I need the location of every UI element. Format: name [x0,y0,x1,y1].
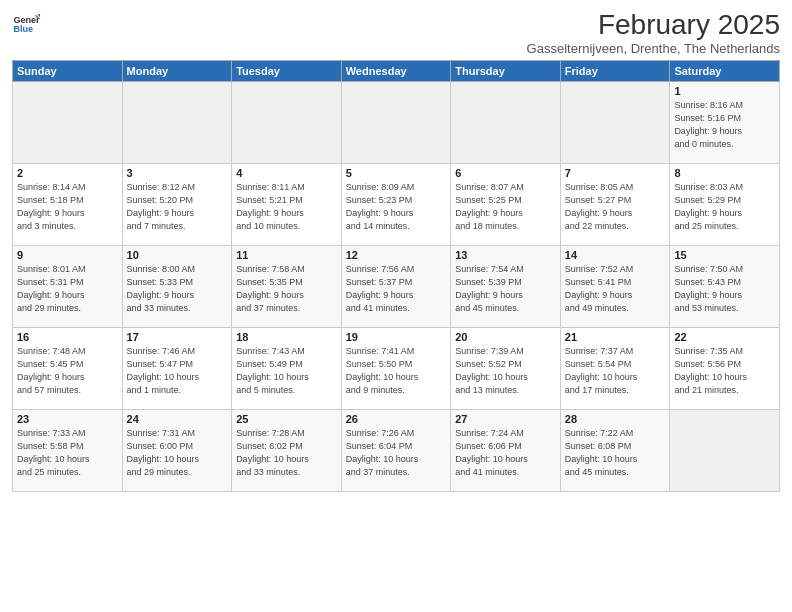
table-row: 26Sunrise: 7:26 AMSunset: 6:04 PMDayligh… [341,409,451,491]
day-info: Sunrise: 7:46 AMSunset: 5:47 PMDaylight:… [127,345,228,397]
table-row: 22Sunrise: 7:35 AMSunset: 5:56 PMDayligh… [670,327,780,409]
day-info: Sunrise: 7:41 AMSunset: 5:50 PMDaylight:… [346,345,447,397]
day-info: Sunrise: 8:11 AMSunset: 5:21 PMDaylight:… [236,181,337,233]
day-number: 15 [674,249,775,261]
day-number: 8 [674,167,775,179]
logo: General Blue [12,10,40,38]
table-row: 7Sunrise: 8:05 AMSunset: 5:27 PMDaylight… [560,163,670,245]
table-row: 18Sunrise: 7:43 AMSunset: 5:49 PMDayligh… [232,327,342,409]
col-friday: Friday [560,60,670,81]
col-monday: Monday [122,60,232,81]
day-info: Sunrise: 8:14 AMSunset: 5:18 PMDaylight:… [17,181,118,233]
calendar-week-row: 9Sunrise: 8:01 AMSunset: 5:31 PMDaylight… [13,245,780,327]
table-row: 9Sunrise: 8:01 AMSunset: 5:31 PMDaylight… [13,245,123,327]
table-row [670,409,780,491]
day-info: Sunrise: 8:05 AMSunset: 5:27 PMDaylight:… [565,181,666,233]
day-number: 5 [346,167,447,179]
day-number: 21 [565,331,666,343]
col-sunday: Sunday [13,60,123,81]
table-row: 13Sunrise: 7:54 AMSunset: 5:39 PMDayligh… [451,245,561,327]
day-number: 6 [455,167,556,179]
day-number: 1 [674,85,775,97]
main-title: February 2025 [527,10,780,41]
table-row: 11Sunrise: 7:58 AMSunset: 5:35 PMDayligh… [232,245,342,327]
day-info: Sunrise: 8:16 AMSunset: 5:16 PMDaylight:… [674,99,775,151]
table-row: 3Sunrise: 8:12 AMSunset: 5:20 PMDaylight… [122,163,232,245]
day-info: Sunrise: 7:39 AMSunset: 5:52 PMDaylight:… [455,345,556,397]
calendar-table: Sunday Monday Tuesday Wednesday Thursday… [12,60,780,492]
day-number: 18 [236,331,337,343]
day-number: 28 [565,413,666,425]
day-info: Sunrise: 7:58 AMSunset: 5:35 PMDaylight:… [236,263,337,315]
table-row: 23Sunrise: 7:33 AMSunset: 5:58 PMDayligh… [13,409,123,491]
table-row [560,81,670,163]
table-row: 10Sunrise: 8:00 AMSunset: 5:33 PMDayligh… [122,245,232,327]
col-wednesday: Wednesday [341,60,451,81]
day-info: Sunrise: 7:35 AMSunset: 5:56 PMDaylight:… [674,345,775,397]
table-row: 14Sunrise: 7:52 AMSunset: 5:41 PMDayligh… [560,245,670,327]
day-info: Sunrise: 8:01 AMSunset: 5:31 PMDaylight:… [17,263,118,315]
calendar-week-row: 1Sunrise: 8:16 AMSunset: 5:16 PMDaylight… [13,81,780,163]
table-row: 19Sunrise: 7:41 AMSunset: 5:50 PMDayligh… [341,327,451,409]
table-row [13,81,123,163]
day-number: 22 [674,331,775,343]
subtitle: Gasselternijveen, Drenthe, The Netherlan… [527,41,780,56]
day-number: 23 [17,413,118,425]
day-number: 24 [127,413,228,425]
day-number: 2 [17,167,118,179]
day-info: Sunrise: 8:00 AMSunset: 5:33 PMDaylight:… [127,263,228,315]
day-number: 9 [17,249,118,261]
day-number: 4 [236,167,337,179]
day-info: Sunrise: 7:50 AMSunset: 5:43 PMDaylight:… [674,263,775,315]
day-number: 26 [346,413,447,425]
day-info: Sunrise: 7:56 AMSunset: 5:37 PMDaylight:… [346,263,447,315]
table-row [451,81,561,163]
day-info: Sunrise: 7:26 AMSunset: 6:04 PMDaylight:… [346,427,447,479]
day-number: 27 [455,413,556,425]
day-info: Sunrise: 7:52 AMSunset: 5:41 PMDaylight:… [565,263,666,315]
day-number: 20 [455,331,556,343]
calendar-week-row: 23Sunrise: 7:33 AMSunset: 5:58 PMDayligh… [13,409,780,491]
day-info: Sunrise: 7:31 AMSunset: 6:00 PMDaylight:… [127,427,228,479]
logo-icon: General Blue [12,10,40,38]
day-info: Sunrise: 7:48 AMSunset: 5:45 PMDaylight:… [17,345,118,397]
table-row: 24Sunrise: 7:31 AMSunset: 6:00 PMDayligh… [122,409,232,491]
calendar-week-row: 2Sunrise: 8:14 AMSunset: 5:18 PMDaylight… [13,163,780,245]
day-info: Sunrise: 8:12 AMSunset: 5:20 PMDaylight:… [127,181,228,233]
day-number: 13 [455,249,556,261]
table-row: 25Sunrise: 7:28 AMSunset: 6:02 PMDayligh… [232,409,342,491]
day-info: Sunrise: 7:24 AMSunset: 6:06 PMDaylight:… [455,427,556,479]
day-number: 3 [127,167,228,179]
day-number: 11 [236,249,337,261]
day-info: Sunrise: 7:37 AMSunset: 5:54 PMDaylight:… [565,345,666,397]
svg-text:Blue: Blue [13,24,33,34]
calendar-header-row: Sunday Monday Tuesday Wednesday Thursday… [13,60,780,81]
table-row: 2Sunrise: 8:14 AMSunset: 5:18 PMDaylight… [13,163,123,245]
day-number: 17 [127,331,228,343]
table-row [232,81,342,163]
table-row: 20Sunrise: 7:39 AMSunset: 5:52 PMDayligh… [451,327,561,409]
day-info: Sunrise: 8:07 AMSunset: 5:25 PMDaylight:… [455,181,556,233]
title-area: February 2025 Gasselternijveen, Drenthe,… [527,10,780,56]
day-info: Sunrise: 8:03 AMSunset: 5:29 PMDaylight:… [674,181,775,233]
day-number: 19 [346,331,447,343]
table-row: 16Sunrise: 7:48 AMSunset: 5:45 PMDayligh… [13,327,123,409]
col-tuesday: Tuesday [232,60,342,81]
table-row: 12Sunrise: 7:56 AMSunset: 5:37 PMDayligh… [341,245,451,327]
table-row: 1Sunrise: 8:16 AMSunset: 5:16 PMDaylight… [670,81,780,163]
table-row: 21Sunrise: 7:37 AMSunset: 5:54 PMDayligh… [560,327,670,409]
table-row: 4Sunrise: 8:11 AMSunset: 5:21 PMDaylight… [232,163,342,245]
day-number: 16 [17,331,118,343]
table-row: 17Sunrise: 7:46 AMSunset: 5:47 PMDayligh… [122,327,232,409]
day-info: Sunrise: 7:54 AMSunset: 5:39 PMDaylight:… [455,263,556,315]
day-info: Sunrise: 7:22 AMSunset: 6:08 PMDaylight:… [565,427,666,479]
table-row: 6Sunrise: 8:07 AMSunset: 5:25 PMDaylight… [451,163,561,245]
table-row: 28Sunrise: 7:22 AMSunset: 6:08 PMDayligh… [560,409,670,491]
day-info: Sunrise: 7:28 AMSunset: 6:02 PMDaylight:… [236,427,337,479]
day-info: Sunrise: 8:09 AMSunset: 5:23 PMDaylight:… [346,181,447,233]
calendar-week-row: 16Sunrise: 7:48 AMSunset: 5:45 PMDayligh… [13,327,780,409]
table-row: 27Sunrise: 7:24 AMSunset: 6:06 PMDayligh… [451,409,561,491]
day-number: 14 [565,249,666,261]
col-thursday: Thursday [451,60,561,81]
table-row [341,81,451,163]
